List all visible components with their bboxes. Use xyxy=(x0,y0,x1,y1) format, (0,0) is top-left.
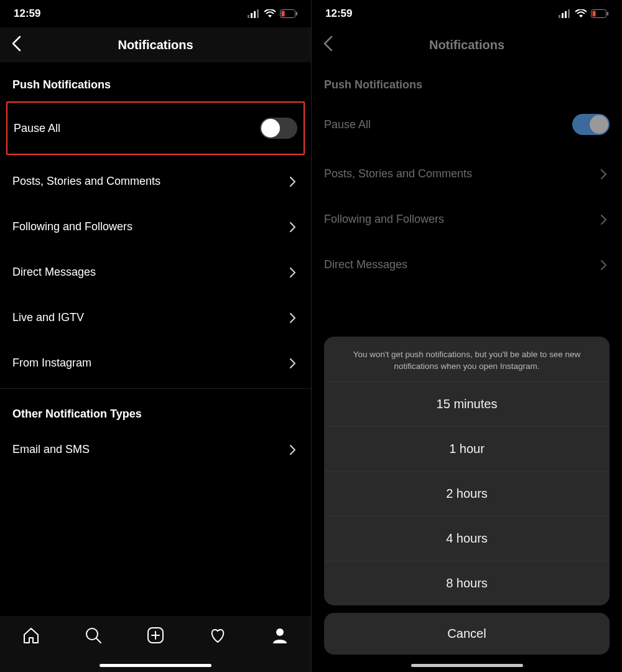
row-label: From Instagram xyxy=(12,357,91,370)
tab-home[interactable] xyxy=(22,626,40,647)
screen-right: 12:59 Notifications Push Notifications P… xyxy=(311,0,622,672)
tab-profile[interactable] xyxy=(271,626,289,647)
section-header-other: Other Notification Types xyxy=(0,391,311,427)
action-sheet-option-1hr[interactable]: 1 hour xyxy=(324,426,610,471)
page-title: Notifications xyxy=(118,38,193,52)
action-sheet-option-4hr[interactable]: 4 hours xyxy=(324,516,610,561)
svg-point-9 xyxy=(276,628,284,636)
row-following-followers[interactable]: Following and Followers xyxy=(0,204,311,250)
home-indicator xyxy=(411,664,523,667)
row-email-sms[interactable]: Email and SMS xyxy=(0,427,311,472)
status-right xyxy=(248,9,297,18)
nav-bar: Notifications xyxy=(0,27,311,62)
chevron-right-icon xyxy=(287,222,299,233)
svg-rect-2 xyxy=(254,11,256,18)
tab-create[interactable] xyxy=(146,626,165,647)
action-sheet-message: You won't get push notifications, but yo… xyxy=(324,337,610,381)
home-indicator xyxy=(100,664,211,667)
svg-rect-5 xyxy=(282,11,285,17)
svg-rect-3 xyxy=(257,9,259,18)
row-label: Direct Messages xyxy=(12,266,96,279)
screen-left: 12:59 Notifications Push Notifications P… xyxy=(0,0,311,672)
row-from-instagram[interactable]: From Instagram xyxy=(0,340,311,386)
row-live-igtv[interactable]: Live and IGTV xyxy=(0,295,311,340)
chevron-left-icon xyxy=(11,35,22,52)
chevron-right-icon xyxy=(287,312,299,324)
svg-rect-6 xyxy=(296,12,297,16)
tab-activity[interactable] xyxy=(208,626,227,647)
svg-rect-0 xyxy=(248,15,249,18)
profile-icon xyxy=(271,626,289,645)
tab-search[interactable] xyxy=(84,626,103,647)
action-sheet-cancel[interactable]: Cancel xyxy=(324,613,610,655)
row-label: Email and SMS xyxy=(12,443,90,456)
battery-icon xyxy=(280,9,297,18)
status-bar: 12:59 xyxy=(0,0,311,27)
action-sheet-option-8hr[interactable]: 8 hours xyxy=(324,561,610,605)
divider xyxy=(0,388,311,389)
heart-icon xyxy=(208,626,227,645)
row-posts-stories-comments[interactable]: Posts, Stories and Comments xyxy=(0,159,311,204)
status-time: 12:59 xyxy=(14,7,40,20)
row-label: Posts, Stories and Comments xyxy=(12,175,160,188)
action-sheet-panel: You won't get push notifications, but yo… xyxy=(324,337,610,605)
section-header-push: Push Notifications xyxy=(0,62,311,98)
row-label: Following and Followers xyxy=(12,220,132,233)
back-button[interactable] xyxy=(11,35,22,54)
home-icon xyxy=(22,626,40,645)
chevron-right-icon xyxy=(287,267,299,278)
search-icon xyxy=(84,626,103,645)
row-direct-messages[interactable]: Direct Messages xyxy=(0,250,311,295)
action-sheet-option-15min[interactable]: 15 minutes xyxy=(324,381,610,426)
row-label: Live and IGTV xyxy=(12,311,84,324)
svg-rect-1 xyxy=(251,13,253,18)
chevron-right-icon xyxy=(287,358,299,369)
cell-signal-icon xyxy=(248,9,260,18)
row-pause-all[interactable]: Pause All xyxy=(6,101,305,155)
wifi-icon xyxy=(264,9,276,18)
plus-square-icon xyxy=(146,626,165,645)
action-sheet: You won't get push notifications, but yo… xyxy=(324,337,610,655)
pause-all-toggle[interactable] xyxy=(260,118,297,139)
action-sheet-option-2hr[interactable]: 2 hours xyxy=(324,471,610,516)
chevron-right-icon xyxy=(287,176,299,187)
chevron-right-icon xyxy=(287,444,299,455)
row-label: Pause All xyxy=(14,122,60,135)
